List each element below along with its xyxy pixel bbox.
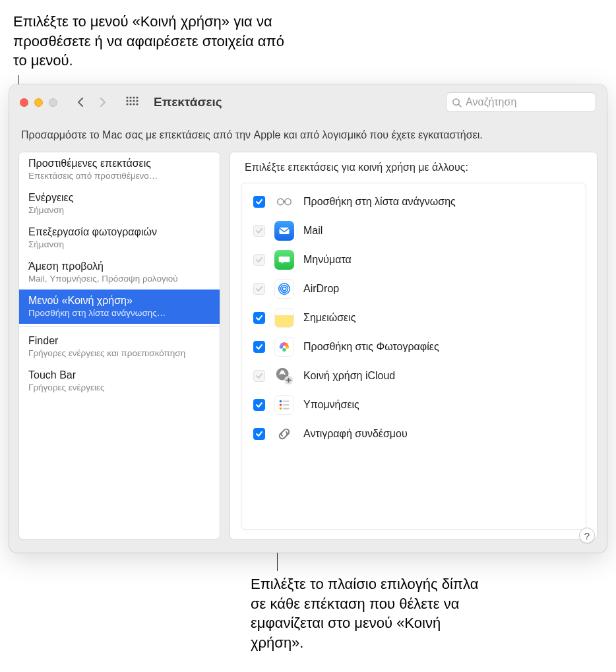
list-item: Προσθήκη στη λίστα ανάγνωσης <box>241 187 586 216</box>
window-controls <box>20 98 57 107</box>
checkbox <box>253 254 265 266</box>
sidebar-item-title: Touch Bar <box>28 369 210 381</box>
list-item: Κοινή χρήση iCloud <box>241 361 586 390</box>
list-item: AirDrop <box>241 274 586 303</box>
svg-point-14 <box>278 199 284 204</box>
svg-point-2 <box>133 96 135 98</box>
checkbox[interactable] <box>253 312 265 324</box>
forward-button[interactable] <box>93 93 111 111</box>
callout-text-bottom: Επιλέξτε το πλαίσιο επιλογής δίπλα σε κά… <box>251 574 488 653</box>
checkbox[interactable] <box>253 428 265 440</box>
svg-point-8 <box>126 103 128 105</box>
sidebar-item-added-extensions[interactable]: Προστιθέμενες επεκτάσεις Επεκτάσεις από … <box>19 152 220 187</box>
window-title: Επεκτάσεις <box>154 95 222 109</box>
sidebar-item-title: Επεξεργασία φωτογραφιών <box>28 226 210 238</box>
callout-text-top: Επιλέξτε το μενού «Κοινή χρήση» για να π… <box>13 12 297 71</box>
check-icon <box>255 256 263 264</box>
svg-point-6 <box>133 100 135 102</box>
sidebar-item-sub: Προσθήκη στη λίστα ανάγνωσης… <box>28 308 210 318</box>
minimize-window-button[interactable] <box>34 98 43 107</box>
link-icon <box>274 424 294 444</box>
sidebar-item-sub: Γρήγορες ενέργειες <box>28 382 210 392</box>
sidebar-item-title: Μενού «Κοινή χρήση» <box>28 295 210 307</box>
checkbox <box>253 225 265 237</box>
search-placeholder: Αναζήτηση <box>466 96 516 108</box>
sidebar-item-touch-bar[interactable]: Touch Bar Γρήγορες ενέργειες <box>19 364 220 398</box>
extension-label: AirDrop <box>303 283 339 295</box>
checkbox[interactable] <box>253 196 265 208</box>
svg-point-15 <box>285 199 291 204</box>
extension-label: Προσθήκη στις Φωτογραφίες <box>303 341 439 353</box>
checkbox <box>253 370 265 382</box>
search-input[interactable]: Αναζήτηση <box>446 92 596 112</box>
svg-point-3 <box>136 96 138 98</box>
sidebar-item-quick-look[interactable]: Άμεση προβολή Mail, Υπομνήσεις, Πρόσοψη … <box>19 255 220 290</box>
sidebar-item-title: Προστιθέμενες επεκτάσεις <box>28 158 210 169</box>
help-button[interactable]: ? <box>579 528 595 543</box>
sidebar-list: Προστιθέμενες επεκτάσεις Επεκτάσεις από … <box>18 152 220 539</box>
extension-label: Κοινή χρήση iCloud <box>303 370 395 382</box>
list-item: Mail <box>241 216 586 245</box>
show-all-button[interactable] <box>122 92 142 112</box>
list-item: Σημειώσεις <box>241 303 586 332</box>
check-icon <box>255 314 263 322</box>
sidebar-item-finder[interactable]: Finder Γρήγορες ενέργειες και προεπισκόπ… <box>19 330 220 364</box>
sidebar-item-sub: Σήμανση <box>28 205 210 215</box>
svg-point-4 <box>126 100 128 102</box>
reminders-icon <box>274 395 294 415</box>
reading-list-icon <box>274 192 294 212</box>
notes-icon <box>274 308 294 328</box>
panel-title: Επιλέξτε επεκτάσεις για κοινή χρήση με ά… <box>241 162 586 173</box>
preferences-window: Επεκτάσεις Αναζήτηση Προσαρμόστε το Mac … <box>9 84 607 553</box>
sidebar-item-sub: Mail, Υπομνήσεις, Πρόσοψη ρολογιού <box>28 274 210 284</box>
back-button[interactable] <box>72 93 90 111</box>
checkbox <box>253 283 265 295</box>
check-icon <box>255 401 263 409</box>
chevron-right-icon <box>97 97 108 107</box>
sidebar-item-sub: Γρήγορες ενέργειες και προεπισκόπηση <box>28 348 210 358</box>
airdrop-icon <box>274 279 294 299</box>
sidebar-item-actions[interactable]: Ενέργειες Σήμανση <box>19 187 220 221</box>
detail-panel: Επιλέξτε επεκτάσεις για κοινή χρήση με ά… <box>230 152 598 539</box>
svg-point-35 <box>280 408 282 410</box>
separator <box>19 326 220 327</box>
mail-icon <box>274 221 294 241</box>
sidebar-item-title: Ενέργειες <box>28 192 210 204</box>
extension-label: Mail <box>303 225 323 237</box>
list-item: Προσθήκη στις Φωτογραφίες <box>241 332 586 361</box>
messages-icon <box>274 250 294 270</box>
check-icon <box>255 198 263 206</box>
svg-point-10 <box>133 103 135 105</box>
window-toolbar: Επεκτάσεις Αναζήτηση <box>9 84 607 120</box>
sidebar-item-photo-editing[interactable]: Επεξεργασία φωτογραφιών Σήμανση <box>19 221 220 255</box>
svg-point-33 <box>280 404 282 406</box>
grid-icon <box>125 96 139 109</box>
photos-icon <box>274 337 294 357</box>
chevron-left-icon <box>76 97 86 107</box>
extension-label: Υπομνήσεις <box>303 399 359 411</box>
svg-point-5 <box>129 100 131 102</box>
close-window-button[interactable] <box>20 98 28 107</box>
extension-label: Μηνύματα <box>303 254 352 266</box>
svg-line-13 <box>458 104 461 107</box>
sidebar-item-sub: Σήμανση <box>28 239 210 249</box>
extension-label: Προσθήκη στη λίστα ανάγνωσης <box>303 196 456 208</box>
svg-point-27 <box>280 371 284 375</box>
list-item: Υπομνήσεις <box>241 390 586 419</box>
nav-buttons <box>72 93 111 111</box>
checkbox[interactable] <box>253 399 265 411</box>
list-item: Μηνύματα <box>241 245 586 274</box>
svg-point-1 <box>129 96 131 98</box>
check-icon <box>255 227 263 235</box>
svg-point-9 <box>129 103 131 105</box>
extension-label: Αντιγραφή συνδέσμου <box>303 428 408 440</box>
checkbox[interactable] <box>253 341 265 353</box>
sidebar-item-title: Finder <box>28 335 210 347</box>
svg-point-24 <box>280 343 284 347</box>
svg-point-7 <box>136 100 138 102</box>
svg-point-31 <box>280 400 282 403</box>
page-subtitle: Προσαρμόστε το Mac σας με επεκτάσεις από… <box>9 120 607 152</box>
list-item: Αντιγραφή συνδέσμου <box>241 419 586 448</box>
sidebar-item-share-menu[interactable]: Μενού «Κοινή χρήση» Προσθήκη στη λίστα α… <box>19 290 220 324</box>
extension-list[interactable]: Προσθήκη στη λίστα ανάγνωσης Mail Μηνύμα… <box>241 183 586 530</box>
